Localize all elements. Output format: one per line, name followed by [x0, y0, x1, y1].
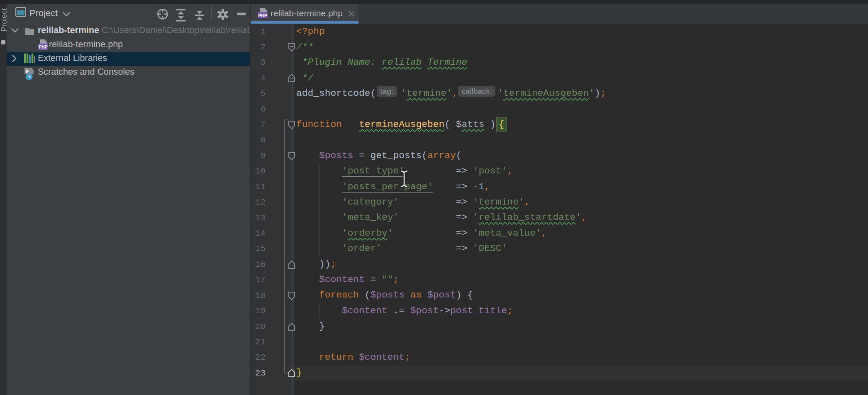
svg-text:PHP: PHP: [258, 13, 267, 18]
svg-text:PHP: PHP: [39, 44, 48, 49]
